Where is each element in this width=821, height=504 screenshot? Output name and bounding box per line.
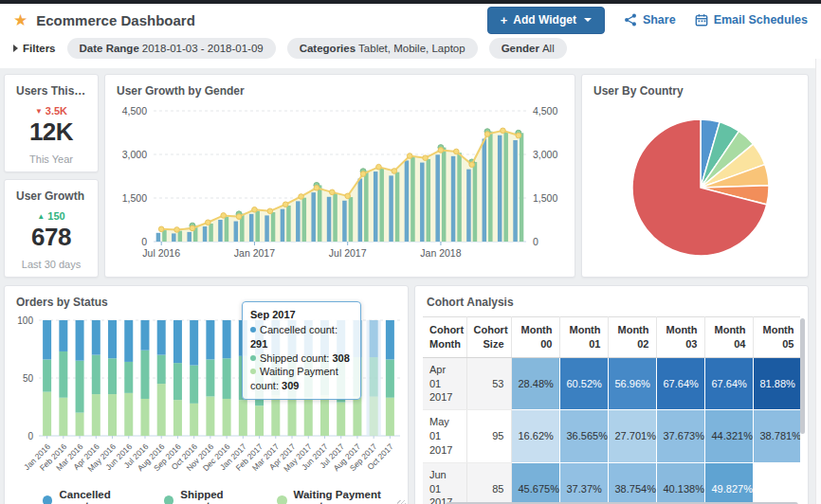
cohort-value-cell: 56.96% [608,357,656,410]
tooltip-row: Waiting Payment count: 309 [250,365,353,393]
stacked-bar-segment [271,395,280,436]
cohort-header-cell: Month 02 [608,317,656,358]
svg-text:50: 50 [23,373,34,384]
bar-male [358,178,363,242]
vertical-scrollbar[interactable] [800,318,805,434]
share-button[interactable]: Share [624,13,676,27]
svg-text:0: 0 [141,236,147,247]
filter-pill-date-range[interactable]: Date Range2018-01-03 - 2018-01-09 [67,38,276,59]
user-growth-chart[interactable]: 001,5001,5003,0003,0004,5004,500Jul 2016… [114,101,575,272]
tooltip-dot-icon [250,327,256,333]
svg-text:1,500: 1,500 [122,192,147,204]
stacked-bar-segment [386,320,394,359]
cohort-header-cell: Cohort Size [466,317,511,358]
stats-column: Users This Y... ▼3.5K 12K This Year User… [4,74,99,278]
marker-total [330,189,336,195]
stacked-bar-segment [206,320,214,359]
filter-value: All [542,43,555,54]
cohort-row: May 01 20179516.62%36.565%27.701%37.673%… [423,410,800,463]
stacked-bar-segment [43,359,51,391]
cohort-value-cell: 36.565% [559,410,608,463]
stacked-bar-segment [386,359,394,397]
cohort-header-cell: Month 01 [559,317,608,358]
user-by-country-pie[interactable] [582,101,808,278]
dashboard-content: Users This Y... ▼3.5K 12K This Year User… [0,68,821,504]
filter-pill-gender[interactable]: GenderAll [489,38,567,59]
bar-female [520,133,524,242]
bar-male [156,233,161,242]
add-widget-button[interactable]: + Add Widget [487,7,605,34]
marker-total [221,213,227,219]
share-label: Share [643,13,676,27]
legend-dot-icon [277,495,286,504]
widget-title: User Growth [5,180,98,207]
bar-female [209,224,213,242]
cohort-month-cell: Apr 01 2017 [423,357,466,410]
bar-female [503,132,508,242]
cohort-value-cell: 45.675% [511,462,559,504]
bar-female [318,186,322,242]
stacked-bar-segment [124,320,133,362]
marker-total [484,132,490,137]
cohort-header-cell: Month 00 [511,317,559,358]
marker-total [501,128,506,134]
marker-total [407,153,412,159]
bar-female [255,210,260,242]
header-actions: + Add Widget Share Email Schedules [487,7,808,34]
widget-orders-by-status: Orders by Status 050100Jan 2016Feb 2016M… [4,285,409,504]
bar-female [473,162,478,242]
filter-value: 2018-01-03 - 2018-01-09 [142,43,264,54]
bar-female [457,153,462,242]
stacked-bar-segment [337,403,345,436]
cohort-value-cell: 37.673% [656,410,704,463]
arrow-up-icon: ▲ [37,212,45,221]
filters-bar: Filters Date Range2018-01-03 - 2018-01-0… [0,34,821,68]
stacked-bar-segment [157,355,166,385]
svg-text:Jul 2017: Jul 2017 [329,247,367,259]
stacked-bar-segment [140,399,149,436]
legend-item[interactable]: Waiting Payment count [277,489,408,504]
marker-total [392,169,397,174]
legend-item[interactable]: Cancelled count [43,489,139,504]
filters-toggle[interactable]: Filters [13,43,56,54]
marker-total [360,171,366,177]
stacked-bar-segment [140,320,149,351]
stacked-bar-segment [370,397,378,436]
legend-label: Shipped count [180,489,252,504]
email-schedules-label: Email Schedules [714,13,808,27]
filter-pill-categories[interactable]: CategoriesTablet, Mobile, Laptop [287,38,478,59]
bar-male [327,197,332,242]
filters-label: Filters [23,43,56,54]
stacked-bar-segment [108,394,117,436]
bar-male [405,160,410,242]
stacked-bar-segment [386,398,394,436]
marker-total [206,220,211,225]
cohort-row: Jun 01 20178545.675%37.37%38.754%40.138%… [423,462,800,504]
cohort-value-cell: 67.64% [656,357,704,410]
share-icon [624,13,637,27]
marker-total [252,207,258,212]
stacked-bar-segment [353,397,361,436]
stacked-bar-segment [288,399,297,436]
bar-male [342,201,347,242]
marker-total [516,133,521,138]
stacked-bar-segment [190,320,198,366]
widget-user-growth: User Growth ▲150 678 Last 30 days [4,179,99,278]
email-schedules-button[interactable]: Email Schedules [695,13,808,27]
chart-title: User By Country [582,75,808,101]
legend-label: Waiting Payment count [294,489,408,504]
cohort-table-container: Cohort MonthCohort SizeMonth 00Month 01M… [423,316,800,504]
filter-label: Gender [502,43,539,54]
page-scrollbar-gutter[interactable] [815,59,821,504]
bar-female [349,197,354,242]
stacked-bar-segment [239,400,247,436]
cohort-value-cell: 40.138% [656,462,704,504]
legend-item[interactable]: Shipped count [164,489,252,504]
resize-handle[interactable] [397,500,406,504]
cohort-value-cell: 60.52% [559,357,608,410]
tooltip-row: Shipped count: 308 [250,351,353,366]
stacked-bar-segment [140,351,149,399]
cohort-size-cell: 53 [466,357,511,410]
stacked-bar-segment [43,392,51,436]
stacked-bar-segment [59,398,67,436]
